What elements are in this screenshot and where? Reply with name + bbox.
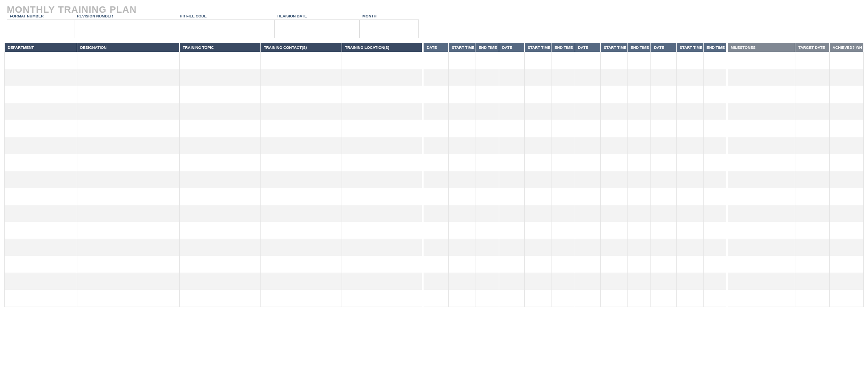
table-cell[interactable]	[551, 222, 575, 239]
table-cell[interactable]	[551, 52, 575, 69]
table-cell[interactable]	[5, 137, 77, 154]
table-cell[interactable]	[676, 273, 703, 290]
table-cell[interactable]	[600, 222, 627, 239]
table-cell[interactable]	[423, 154, 448, 171]
table-cell[interactable]	[704, 188, 727, 205]
table-cell[interactable]	[475, 205, 499, 222]
table-cell[interactable]	[704, 171, 727, 188]
table-cell[interactable]	[77, 273, 179, 290]
table-cell[interactable]	[829, 69, 863, 86]
table-cell[interactable]	[651, 171, 676, 188]
table-cell[interactable]	[575, 273, 600, 290]
table-cell[interactable]	[475, 171, 499, 188]
table-cell[interactable]	[77, 222, 179, 239]
table-cell[interactable]	[77, 103, 179, 120]
table-cell[interactable]	[651, 52, 676, 69]
table-cell[interactable]	[5, 103, 77, 120]
table-cell[interactable]	[704, 256, 727, 273]
table-cell[interactable]	[77, 205, 179, 222]
table-cell[interactable]	[499, 239, 524, 256]
table-cell[interactable]	[727, 239, 795, 256]
table-cell[interactable]	[551, 239, 575, 256]
table-cell[interactable]	[475, 86, 499, 103]
table-cell[interactable]	[180, 205, 261, 222]
table-cell[interactable]	[423, 290, 448, 307]
table-cell[interactable]	[342, 239, 423, 256]
table-cell[interactable]	[727, 205, 795, 222]
table-cell[interactable]	[829, 188, 863, 205]
table-cell[interactable]	[829, 239, 863, 256]
table-cell[interactable]	[727, 171, 795, 188]
table-cell[interactable]	[77, 171, 179, 188]
table-cell[interactable]	[423, 171, 448, 188]
table-cell[interactable]	[575, 171, 600, 188]
table-cell[interactable]	[423, 273, 448, 290]
table-cell[interactable]	[829, 120, 863, 137]
table-cell[interactable]	[260, 273, 342, 290]
table-cell[interactable]	[423, 188, 448, 205]
table-cell[interactable]	[600, 120, 627, 137]
table-cell[interactable]	[525, 222, 551, 239]
table-cell[interactable]	[77, 256, 179, 273]
table-cell[interactable]	[499, 273, 524, 290]
table-cell[interactable]	[651, 256, 676, 273]
table-cell[interactable]	[795, 69, 829, 86]
table-cell[interactable]	[651, 86, 676, 103]
table-cell[interactable]	[423, 222, 448, 239]
table-cell[interactable]	[475, 52, 499, 69]
table-cell[interactable]	[5, 171, 77, 188]
table-cell[interactable]	[5, 222, 77, 239]
table-cell[interactable]	[628, 69, 651, 86]
table-cell[interactable]	[77, 239, 179, 256]
table-cell[interactable]	[260, 86, 342, 103]
table-cell[interactable]	[628, 120, 651, 137]
table-cell[interactable]	[727, 290, 795, 307]
table-cell[interactable]	[499, 205, 524, 222]
table-cell[interactable]	[525, 256, 551, 273]
table-cell[interactable]	[676, 52, 703, 69]
table-cell[interactable]	[575, 103, 600, 120]
table-cell[interactable]	[551, 188, 575, 205]
table-cell[interactable]	[551, 171, 575, 188]
meta-revision-number[interactable]: REVISION NUMBER	[74, 20, 177, 38]
table-cell[interactable]	[475, 188, 499, 205]
table-cell[interactable]	[829, 205, 863, 222]
table-cell[interactable]	[180, 273, 261, 290]
table-cell[interactable]	[260, 290, 342, 307]
meta-format-number[interactable]: FORMAT NUMBER	[7, 20, 74, 38]
table-cell[interactable]	[727, 103, 795, 120]
table-cell[interactable]	[260, 154, 342, 171]
table-cell[interactable]	[475, 103, 499, 120]
table-cell[interactable]	[423, 120, 448, 137]
table-cell[interactable]	[499, 52, 524, 69]
table-cell[interactable]	[676, 205, 703, 222]
table-cell[interactable]	[342, 222, 423, 239]
table-cell[interactable]	[260, 222, 342, 239]
table-cell[interactable]	[449, 188, 475, 205]
table-cell[interactable]	[628, 205, 651, 222]
table-cell[interactable]	[727, 52, 795, 69]
table-cell[interactable]	[628, 137, 651, 154]
table-cell[interactable]	[795, 137, 829, 154]
table-cell[interactable]	[600, 256, 627, 273]
table-cell[interactable]	[180, 154, 261, 171]
table-cell[interactable]	[449, 103, 475, 120]
table-cell[interactable]	[260, 205, 342, 222]
table-cell[interactable]	[475, 273, 499, 290]
table-cell[interactable]	[260, 239, 342, 256]
table-cell[interactable]	[795, 273, 829, 290]
table-cell[interactable]	[600, 69, 627, 86]
table-cell[interactable]	[575, 86, 600, 103]
table-cell[interactable]	[600, 273, 627, 290]
meta-month[interactable]: MONTH	[359, 20, 419, 38]
table-cell[interactable]	[5, 154, 77, 171]
table-cell[interactable]	[449, 239, 475, 256]
table-cell[interactable]	[342, 154, 423, 171]
table-cell[interactable]	[342, 86, 423, 103]
table-cell[interactable]	[423, 137, 448, 154]
table-cell[interactable]	[449, 273, 475, 290]
table-cell[interactable]	[180, 120, 261, 137]
table-cell[interactable]	[704, 290, 727, 307]
table-cell[interactable]	[449, 256, 475, 273]
table-cell[interactable]	[525, 120, 551, 137]
